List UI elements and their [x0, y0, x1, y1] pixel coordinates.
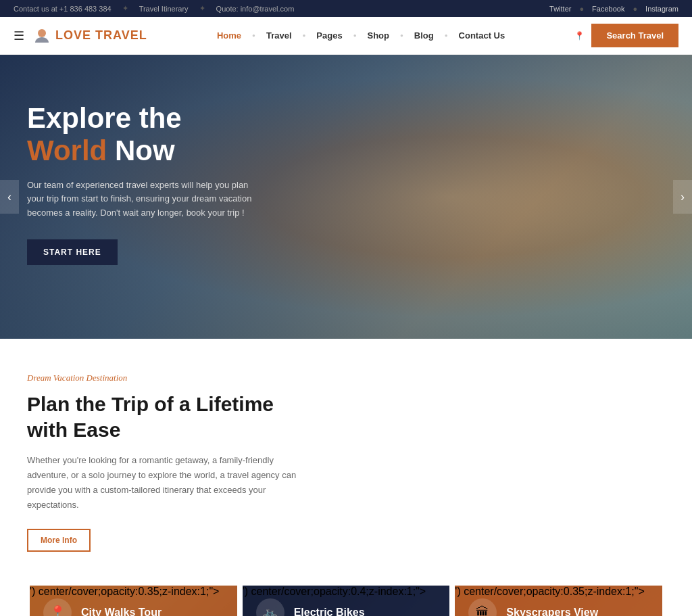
hero-section: Explore the World Now Our team of experi… — [0, 55, 692, 339]
nav-item-pages[interactable]: Pages — [310, 25, 349, 46]
separator-1: ✦ — [122, 4, 128, 13]
tour-card-city-walks-content: 📍 City Walks Tour — [43, 598, 224, 616]
tour-card-electric-bikes[interactable]: ') center/cover;opacity:0.4;z-index:1;">… — [243, 586, 450, 616]
contact-info: Contact us at +1 836 483 384 — [14, 5, 112, 13]
tour-card-city-walks[interactable]: ') center/cover;opacity:0.35;z-index:1;"… — [30, 586, 237, 616]
dream-section-description: Whether you're looking for a romantic ge… — [27, 453, 311, 513]
logo-text: LOVE TRAVEL — [55, 28, 147, 43]
skyscrapers-label: Skyscrapers View — [506, 607, 598, 616]
hero-cta-button[interactable]: START HERE — [27, 239, 118, 265]
logo: LOVE TRAVEL — [32, 26, 147, 45]
skyscrapers-icon: 🏛 — [468, 598, 497, 616]
dream-section-wrapper: Dream Vacation Destination Plan the Trip… — [0, 339, 692, 572]
header-left: ☰ LOVE TRAVEL — [14, 26, 147, 45]
nav-item-travel[interactable]: Travel — [260, 25, 299, 46]
tour-card-skyscrapers[interactable]: ') center/cover;opacity:0.35;z-index:1;"… — [455, 586, 662, 616]
instagram-link[interactable]: Instagram — [645, 5, 678, 13]
logo-icon — [32, 26, 51, 45]
dream-section-tag: Dream Vacation Destination — [27, 373, 665, 383]
hero-title: Explore the World Now — [27, 102, 257, 168]
dot-2: ● — [633, 5, 637, 13]
more-info-button[interactable]: More Info — [27, 529, 91, 552]
nav-item-blog[interactable]: Blog — [407, 25, 441, 46]
dream-section-title: Plan the Trip of a Lifetime with Ease — [27, 392, 284, 442]
tour-card-skyscrapers-content: 🏛 Skyscrapers View — [468, 598, 649, 616]
tour-cards-section: ') center/cover;opacity:0.35;z-index:1;"… — [0, 572, 692, 616]
city-walks-icon: 📍 — [43, 598, 72, 616]
dream-section: Dream Vacation Destination Plan the Trip… — [0, 339, 692, 572]
twitter-link[interactable]: Twitter — [549, 5, 571, 13]
tour-card-electric-bikes-content: 🚲 Electric Bikes — [256, 598, 437, 616]
location-indicator: 📍 — [574, 31, 585, 41]
facebook-link[interactable]: Facebook — [592, 5, 624, 13]
hero-subtitle: Our team of experienced travel experts w… — [27, 179, 257, 220]
separator-2: ✦ — [199, 4, 205, 13]
map-pin-icon: 📍 — [574, 31, 585, 41]
hero-content: Explore the World Now Our team of experi… — [0, 55, 284, 312]
header: ☰ LOVE TRAVEL Home ● Travel ● Pages ● Sh… — [0, 17, 692, 55]
hero-next-arrow[interactable]: › — [673, 180, 692, 214]
nav-item-shop[interactable]: Shop — [361, 25, 397, 46]
main-nav: Home ● Travel ● Pages ● Shop ● Blog ● Co… — [210, 25, 512, 46]
search-travel-button[interactable]: Search Travel — [591, 24, 678, 47]
city-walks-label: City Walks Tour — [81, 607, 162, 616]
travel-itinerary-link[interactable]: Travel Itinerary — [139, 5, 189, 13]
hamburger-menu[interactable]: ☰ — [14, 28, 24, 43]
nav-item-home[interactable]: Home — [210, 25, 248, 46]
top-bar: Contact us at +1 836 483 384 ✦ Travel It… — [0, 0, 692, 17]
dot-1: ● — [579, 5, 584, 13]
nav-item-contact[interactable]: Contact Us — [452, 25, 512, 46]
top-bar-left: Contact us at +1 836 483 384 ✦ Travel It… — [14, 4, 294, 13]
electric-bikes-icon: 🚲 — [256, 598, 285, 616]
header-right: 📍 Search Travel — [574, 24, 678, 47]
quote-email: Quote: info@travel.com — [216, 5, 295, 13]
electric-bikes-label: Electric Bikes — [294, 607, 365, 616]
hero-prev-arrow[interactable]: ‹ — [0, 180, 19, 214]
top-bar-right: Twitter ● Facebook ● Instagram — [549, 5, 678, 13]
svg-point-0 — [38, 29, 46, 37]
